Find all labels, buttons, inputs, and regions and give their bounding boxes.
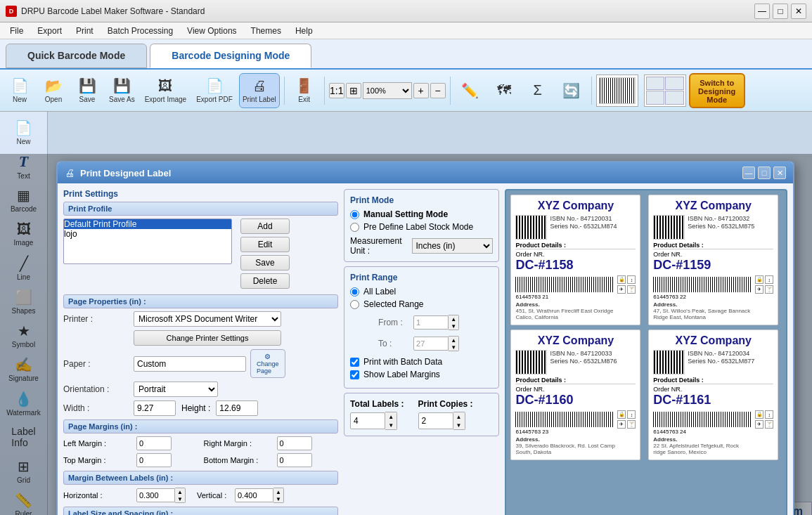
exit-button[interactable]: 🚪 Exit	[289, 73, 320, 108]
width-input[interactable]	[134, 400, 176, 416]
margin-between-row: Horizontal : ▲ ▼ Vertical :	[63, 488, 338, 503]
menu-themes[interactable]: Themes	[244, 25, 288, 37]
total-labels-input[interactable]	[350, 412, 385, 429]
from-input[interactable]	[413, 315, 449, 330]
totals-section: Total Labels : ▲ ▼ Print Copies :	[344, 393, 499, 436]
print-mode-section: Print Mode Manual Setting Mode Pre Defin…	[344, 189, 499, 262]
manual-mode-row: Manual Setting Mode	[350, 209, 493, 219]
formula-button[interactable]: Σ	[522, 73, 553, 108]
export-image-button[interactable]: 🖼 Export Image	[141, 73, 190, 108]
maximize-button[interactable]: □	[773, 4, 788, 19]
menu-batch-processing[interactable]: Batch Processing	[101, 25, 180, 37]
left-margin-input[interactable]	[136, 436, 172, 450]
horizontal-down-arrow[interactable]: ▼	[175, 495, 185, 502]
batch-data-checkbox[interactable]	[350, 358, 359, 367]
menu-print[interactable]: Print	[69, 25, 101, 37]
to-input[interactable]	[413, 337, 449, 351]
save-as-button[interactable]: 💾 Save As	[105, 73, 138, 108]
height-label: Height :	[181, 403, 210, 413]
total-labels-down[interactable]: ▼	[385, 421, 397, 429]
bottom-margin-input[interactable]	[277, 453, 312, 467]
right-margin-input[interactable]	[277, 436, 312, 450]
show-margins-label: Show Label Margins	[363, 370, 440, 379]
separator-3	[450, 77, 451, 105]
change-page-button[interactable]: ⚙ ChangePage	[250, 349, 285, 378]
total-labels-up[interactable]: ▲	[385, 412, 397, 421]
open-button[interactable]: 📂 Open	[38, 73, 69, 108]
label-address1-1: 451, St. Wrathrun Firecliff East Oxridge	[515, 308, 636, 314]
paper-input[interactable]	[134, 356, 246, 372]
top-margin-row: Top Margin :	[63, 453, 198, 467]
edit-profile-button[interactable]: Edit	[240, 237, 290, 252]
orientation-row: Orientation : Portrait Landscape	[63, 382, 338, 397]
dialog-maximize-button[interactable]: □	[758, 167, 771, 179]
measurement-select[interactable]: Inches (in) Centimeters (cm)	[412, 238, 493, 254]
save-icon: 💾	[79, 77, 96, 94]
top-margin-input[interactable]	[136, 453, 172, 467]
vertical-down-arrow[interactable]: ▼	[273, 495, 283, 502]
menu-export[interactable]: Export	[30, 25, 69, 37]
height-input[interactable]	[216, 400, 258, 416]
horizontal-up-arrow[interactable]: ▲	[175, 488, 185, 495]
vertical-up-arrow[interactable]: ▲	[273, 488, 283, 495]
print-copies-up[interactable]: ▲	[453, 412, 465, 421]
label-address-label-1: Address.	[515, 301, 636, 308]
to-label: To :	[378, 339, 406, 348]
change-printer-button[interactable]: Change Printer Settings	[134, 330, 281, 346]
manual-mode-radio[interactable]	[350, 210, 359, 219]
dialog-close-button[interactable]: ✕	[773, 167, 786, 179]
save-button[interactable]: 💾 Save	[72, 73, 103, 108]
from-up[interactable]: ▲	[449, 315, 458, 322]
switch-to-designing-button[interactable]: Switch to Designing Mode	[689, 73, 745, 108]
print-label-button[interactable]: 🖨 Print Label	[239, 73, 280, 108]
print-copies-input[interactable]	[418, 412, 453, 429]
zoom-fit-button[interactable]: ⊞	[346, 83, 361, 98]
zoom-in-button[interactable]: +	[413, 83, 429, 98]
new-button[interactable]: 📄 New	[4, 73, 35, 108]
label-company-4: XYZ Company	[653, 334, 773, 347]
tab-quick-barcode[interactable]: Quick Barcode Mode	[6, 44, 147, 68]
delete-profile-button[interactable]: Delete	[240, 273, 290, 289]
export-pdf-button[interactable]: 📄 Export PDF	[193, 73, 236, 108]
zoom-1-1-button[interactable]: 1:1	[329, 83, 344, 98]
from-down[interactable]: ▼	[449, 322, 458, 330]
print-copies-down[interactable]: ▼	[453, 421, 465, 429]
tab-barcode-designing[interactable]: Barcode Designing Mode	[150, 44, 311, 68]
orientation-select[interactable]: Portrait Landscape	[134, 382, 218, 397]
to-up[interactable]: ▲	[449, 337, 458, 344]
label-address1-3: 39, Silverado Blackrock, Rd. Lost Camp	[515, 443, 636, 449]
print-icon: 🖨	[252, 78, 266, 94]
show-margins-checkbox[interactable]	[350, 370, 359, 379]
close-button[interactable]: ✕	[791, 4, 806, 19]
from-row: From : ▲ ▼	[364, 315, 493, 330]
edit-button[interactable]: ✏️	[455, 73, 486, 108]
dialog-minimize-button[interactable]: —	[742, 167, 755, 179]
profile-list[interactable]: Default Print Profile lojo	[63, 219, 232, 264]
label-info-4: ISBN No.- 847120034 Series No.- 6532LM87…	[688, 350, 754, 374]
refresh-button[interactable]: 🔄	[556, 73, 587, 108]
all-label-radio[interactable]	[350, 287, 359, 296]
left-panel: Print Settings Print Profile Default Pri…	[63, 189, 338, 515]
zoom-out-button[interactable]: −	[430, 83, 446, 98]
sidebar-item-new[interactable]: 📄 New	[2, 116, 46, 148]
minimize-button[interactable]: —	[754, 4, 770, 19]
menu-view-options[interactable]: View Options	[180, 25, 243, 37]
printer-select[interactable]: Microsoft XPS Document Writer	[134, 311, 281, 327]
label-address2-2: Ridge East, Montana	[653, 314, 773, 320]
selected-range-radio[interactable]	[350, 300, 359, 309]
save-profile-button[interactable]: Save	[240, 255, 290, 270]
predefine-mode-radio[interactable]	[350, 223, 359, 232]
add-profile-button[interactable]: Add	[240, 219, 290, 234]
page-margins-header: Page Margins (in) :	[63, 419, 338, 433]
menu-help[interactable]: Help	[288, 25, 320, 37]
to-down[interactable]: ▼	[449, 344, 458, 351]
vertical-input[interactable]	[235, 488, 273, 502]
label-size-header: Label Size and Spacing (in) :	[63, 507, 338, 515]
zoom-select[interactable]: 100% 75% 50% 150%	[363, 82, 412, 99]
label-product-1: Product Details :	[515, 242, 636, 249]
image-edit-button[interactable]: 🗺	[489, 73, 520, 108]
horizontal-input[interactable]	[136, 488, 175, 502]
export-pdf-icon: 📄	[206, 77, 224, 94]
title-bar-controls: — □ ✕	[754, 4, 806, 19]
menu-file[interactable]: File	[3, 25, 30, 37]
